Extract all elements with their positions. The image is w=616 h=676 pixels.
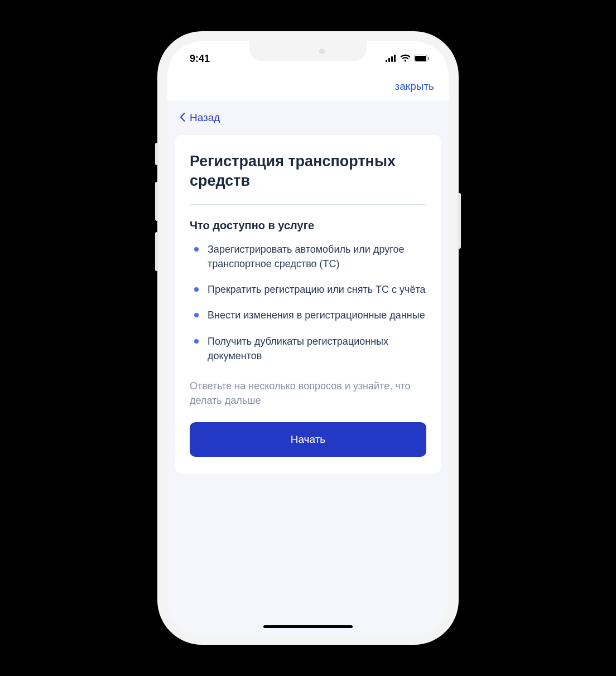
svg-rect-3 bbox=[394, 55, 396, 62]
list-item: Внести изменения в регистрационные данны… bbox=[193, 308, 426, 322]
home-indicator[interactable] bbox=[263, 625, 353, 628]
section-heading: Что доступно в услуге bbox=[190, 219, 426, 232]
side-button bbox=[155, 143, 158, 165]
feature-list: Зарегистрировать автомобиль или другое т… bbox=[190, 242, 426, 363]
back-button[interactable]: Назад bbox=[175, 100, 441, 135]
volume-up-button bbox=[155, 182, 158, 221]
list-item: Получить дубликаты регистрационных докум… bbox=[193, 334, 426, 363]
phone-frame: 9:41 закрыть Назад bbox=[157, 31, 459, 645]
nav-bar: закрыть bbox=[167, 70, 449, 100]
service-card: Регистрация транспортных средств Что дос… bbox=[175, 135, 441, 474]
start-button[interactable]: Начать bbox=[190, 422, 426, 457]
list-item: Прекратить регистрацию или снять ТС с уч… bbox=[193, 282, 426, 297]
volume-down-button bbox=[155, 232, 158, 271]
divider bbox=[190, 204, 426, 205]
svg-rect-1 bbox=[388, 58, 390, 62]
svg-rect-0 bbox=[386, 60, 387, 62]
notch bbox=[249, 41, 367, 61]
status-time: 9:41 bbox=[190, 53, 210, 65]
back-label: Назад bbox=[190, 112, 220, 124]
hint-text: Ответьте на несколько вопросов и узнайте… bbox=[190, 379, 426, 408]
svg-rect-5 bbox=[415, 56, 426, 61]
list-item: Зарегистрировать автомобиль или другое т… bbox=[193, 242, 426, 271]
chevron-left-icon bbox=[180, 113, 185, 123]
content-area: Назад Регистрация транспортных средств Ч… bbox=[167, 100, 449, 635]
cellular-icon bbox=[386, 53, 397, 65]
battery-icon bbox=[414, 53, 430, 65]
wifi-icon bbox=[400, 53, 411, 65]
page-title: Регистрация транспортных средств bbox=[190, 152, 426, 191]
status-indicators bbox=[386, 53, 430, 65]
power-button bbox=[458, 193, 461, 249]
phone-screen: 9:41 закрыть Назад bbox=[167, 41, 449, 635]
svg-rect-6 bbox=[428, 57, 429, 60]
svg-rect-2 bbox=[391, 56, 393, 62]
close-button[interactable]: закрыть bbox=[395, 80, 434, 93]
camera-dot bbox=[319, 49, 325, 54]
